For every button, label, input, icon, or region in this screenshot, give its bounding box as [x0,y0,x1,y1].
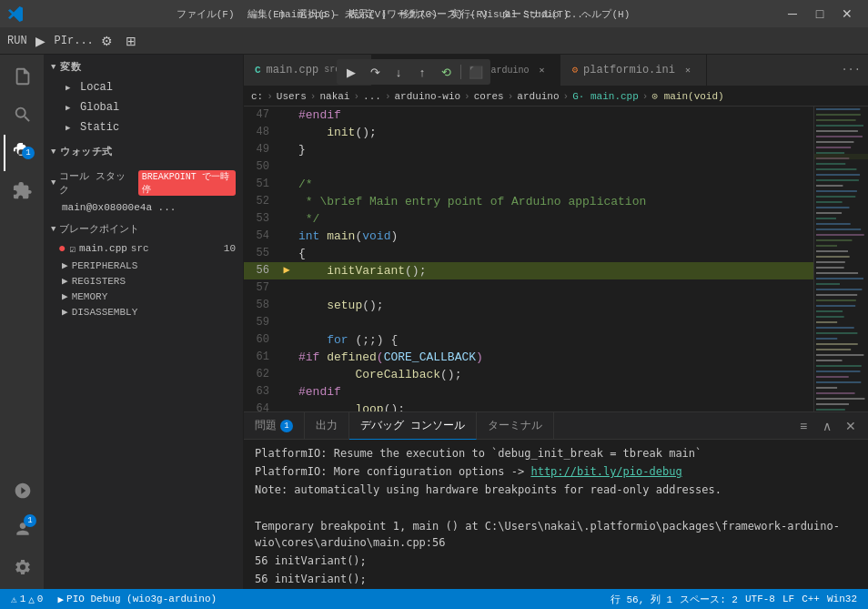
bp-peripherals-label: PERIPHERALS [72,260,138,271]
bc-function: ⊙ main(void) [651,90,723,102]
bp-disassembly[interactable]: ▶ DISASSEMBLY [44,304,243,320]
menu-file[interactable]: ファイル(F) [171,5,240,23]
menu-go[interactable]: 移動(G) [394,5,443,23]
watch-collapse-arrow: ▼ [51,147,56,157]
titlebar-left [7,5,27,22]
language-label: C++ [802,594,820,604]
variables-header[interactable]: ▼ 変数 [44,55,243,77]
breakpoints-header[interactable]: ▼ ブレークポイント [44,218,243,239]
code-line-49: 49 } [244,141,813,158]
run-play-button[interactable]: ▶ [31,31,51,51]
tab-more-button[interactable]: ··· [833,55,868,86]
menu-view[interactable]: 表示(V) [343,5,392,23]
bp-disassembly-arrow: ▶ [62,306,68,318]
variables-section: ▼ 変数 ▶ Local ▶ Global ▶ Static [44,55,243,137]
code-line-51: 51 /* [244,176,813,193]
variables-tree: ▶ Local ▶ Global ▶ Static [44,77,243,137]
bp-memory-arrow: ▶ [62,290,68,302]
bp-registers[interactable]: ▶ REGISTERS [44,273,243,289]
panel-close-button[interactable]: ✕ [841,416,861,436]
panel-content[interactable]: PlatformIO: Resume the execution to `deb… [244,440,868,589]
bp-memory[interactable]: ▶ MEMORY [44,289,243,304]
warning-icon: △ [28,594,35,605]
sidebar: ▼ 変数 ▶ Local ▶ Global ▶ Static [44,55,244,589]
tree-item-static[interactable]: ▶ Static [47,117,243,137]
bp-disassembly-label: DISASSEMBLY [72,307,138,318]
code-line-64: 64 loop(); [244,401,813,411]
status-encoding[interactable]: UTF-8 [742,589,779,609]
callstack-section: ▼ コール スタック BREAKPOINT で一時停 main@0x08000e… [44,164,243,217]
status-spaces[interactable]: スペース: 2 [676,589,742,609]
activity-settings[interactable] [4,549,40,585]
code-line-63: 63 #endif [244,383,813,401]
code-line-54: 54 int main(void) [244,228,813,245]
global-arrow-icon: ▶ [66,103,76,113]
bp-memory-label: MEMORY [72,291,108,302]
panel-tabs: 問題 1 出力 デバッグ コンソール ターミナル ≡ ∧ ✕ [244,412,868,440]
debug-separator [460,65,461,79]
tab-close-3[interactable]: ✕ [681,63,695,77]
status-eol[interactable]: LF [779,589,798,609]
activity-accounts[interactable]: 1 [4,511,40,547]
accounts-badge: 1 [24,514,36,527]
local-arrow-icon: ▶ [66,83,76,93]
breakpoint-item-main[interactable]: ● ☑ main.cpp src 10 [44,239,243,258]
bc-arduino: arduino [517,91,559,102]
bp-registers-label: REGISTERS [72,276,126,287]
debug-stepout-button[interactable]: ↑ [411,61,433,83]
menu-help[interactable]: ヘルプ(H) [576,5,635,23]
activity-debug[interactable]: 1 [4,135,40,171]
code-line-60: 60 for (;;) { [244,331,813,349]
status-errors[interactable]: ⚠ 1 △ 0 [7,589,46,609]
activity-remote[interactable] [4,472,40,509]
tree-item-global[interactable]: ▶ Global [47,97,243,117]
maximize-button[interactable]: □ [806,0,833,27]
panel-tab-problems[interactable]: 問題 1 [244,412,305,440]
panel-tab-output[interactable]: 出力 [305,412,349,440]
panel-filter-button[interactable]: ≡ [793,416,813,436]
global-label: Global [80,101,239,114]
bc-users: Users [277,91,307,102]
debug-restart-button[interactable]: ⟲ [435,61,457,83]
terminal-tab-label: ターミナル [488,418,542,433]
tab-platformio-ini[interactable]: ⚙ platformio.ini ✕ [560,55,706,86]
debug-stop-button[interactable]: ⬛ [465,61,487,83]
run-output-button[interactable]: ⊞ [121,31,141,51]
activity-search[interactable] [4,96,40,133]
panel-line-3: Note: automatically using hardware break… [255,482,857,498]
minimap [813,107,868,411]
status-cursor[interactable]: 行 56, 列 1 [607,589,676,609]
status-language[interactable]: C++ [798,589,823,609]
panel-area: 問題 1 出力 デバッグ コンソール ターミナル ≡ ∧ ✕ [244,411,868,589]
bp-registers-arrow: ▶ [62,275,68,287]
callstack-item[interactable]: main@0x08000e4a ... [44,200,243,215]
panel-tab-terminal[interactable]: ターミナル [477,412,554,440]
pio-debug-link[interactable]: http://bit.ly/pio-debug [530,465,681,478]
code-line-58: 58 setup(); [244,297,813,314]
menu-terminal[interactable]: ターミナル(T) [496,5,575,23]
panel-tab-debug-console[interactable]: デバッグ コンソール [349,412,477,440]
debug-stepover-button[interactable]: ↷ [364,61,386,83]
menu-run[interactable]: 実行(R) [445,5,494,23]
activity-explorer[interactable] [4,58,40,95]
static-arrow-icon: ▶ [66,123,76,133]
activity-extensions[interactable] [4,173,40,209]
code-editor[interactable]: 47 #endif 48 init(); 49 } [244,107,813,411]
run-settings-button[interactable]: ⚙ [97,31,117,51]
status-debug-session[interactable]: ▶ PIO Debug (wio3g-arduino) [54,589,220,609]
panel-collapse-button[interactable]: ∧ [817,416,837,436]
tree-item-local[interactable]: ▶ Local [47,77,243,97]
callstack-header[interactable]: ▼ コール スタック BREAKPOINT で一時停 [44,166,243,200]
menu-edit[interactable]: 編集(E) [242,5,291,23]
debug-stepinto-button[interactable]: ↓ [388,61,409,83]
bp-peripherals[interactable]: ▶ PERIPHERALS [44,258,243,273]
menu-select[interactable]: 選択(S) [292,5,341,23]
bc-arduino-wio: arduino-wio [394,91,460,102]
status-platform[interactable]: Win32 [823,589,861,609]
close-button[interactable]: ✕ [833,0,861,27]
minimize-button[interactable]: ─ [779,0,806,27]
watch-header[interactable]: ▼ ウォッチ式 [44,139,243,162]
bp-check-icon: ☑ [69,243,76,255]
tab-close-2[interactable]: ✕ [534,63,549,77]
debug-continue-button[interactable]: ▶ [340,61,362,83]
